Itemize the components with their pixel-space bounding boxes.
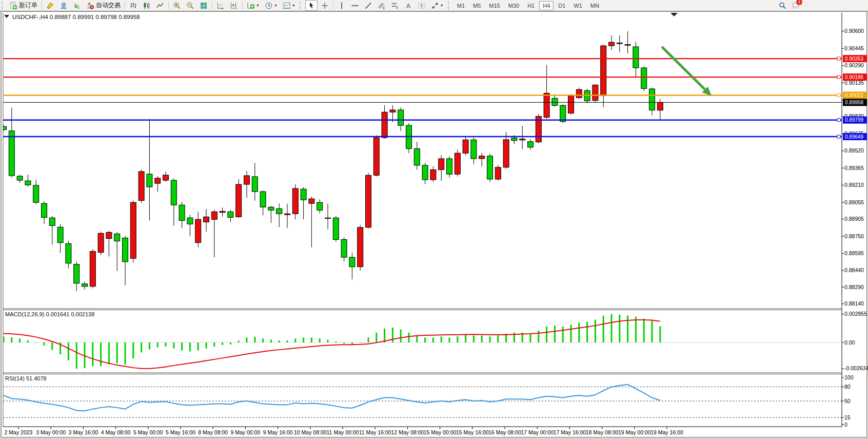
candle: [220, 212, 225, 213]
timeframe-button-H4[interactable]: H4: [539, 1, 554, 10]
candle: [325, 218, 331, 218]
macd-histogram-bar: [424, 337, 426, 342]
macd-histogram-bar: [262, 338, 264, 342]
horizontal-line-icon: [351, 2, 359, 10]
chart-window: 0.906000.904450.902900.901350.899800.898…: [0, 0, 868, 439]
line-chart-button[interactable]: [154, 0, 166, 11]
svg-text:50: 50: [844, 398, 851, 404]
zoom-out-button[interactable]: [184, 0, 196, 11]
market-button[interactable]: [44, 0, 56, 11]
candle: [98, 233, 104, 252]
auto-trading-button[interactable]: 自动交易: [84, 0, 123, 11]
toolbar-grip[interactable]: [300, 2, 303, 10]
svg-text:100: 100: [844, 374, 854, 380]
chevron-down-icon[interactable]: ▼: [292, 4, 295, 7]
timeframe-button-H1[interactable]: H1: [524, 1, 538, 10]
svg-text:0.002855: 0.002855: [844, 311, 867, 317]
level-line-anchor[interactable]: [837, 94, 840, 97]
candle: [373, 138, 379, 175]
toolbar-grip[interactable]: [448, 2, 451, 10]
candle: [90, 252, 95, 287]
candlestick-chart-button[interactable]: [141, 0, 153, 11]
indicators-icon: [247, 2, 255, 10]
signals-button[interactable]: [71, 0, 83, 11]
equidistant-channel-button[interactable]: E: [376, 0, 388, 11]
chart-shift-button[interactable]: [228, 0, 240, 11]
bar-chart-button[interactable]: [127, 0, 140, 11]
horizontal-line-button[interactable]: [349, 0, 361, 11]
chat-button[interactable]: 1: [790, 0, 802, 11]
trendline-button[interactable]: [362, 0, 374, 11]
candle: [625, 45, 630, 46]
macd-histogram-bar: [206, 342, 207, 349]
search-button[interactable]: [776, 0, 788, 11]
timeframe-button-M1[interactable]: M1: [453, 1, 468, 10]
auto-scroll-button[interactable]: [214, 0, 227, 11]
timeframe-button-W1[interactable]: W1: [570, 1, 586, 10]
fibonacci-button[interactable]: F: [389, 0, 401, 11]
macd-histogram-bar: [619, 315, 620, 342]
signals-icon: [73, 2, 81, 10]
macd-histogram-bar: [530, 334, 531, 342]
timeframe-button-M5[interactable]: M5: [469, 1, 484, 10]
candle: [471, 140, 477, 159]
chevron-down-icon[interactable]: ▼: [256, 4, 260, 7]
templates-button[interactable]: ▼: [281, 0, 298, 11]
text-label-button[interactable]: T: [416, 0, 428, 11]
level-line-anchor[interactable]: [837, 75, 840, 79]
macd-histogram-bar: [238, 341, 240, 342]
vertical-line-button[interactable]: [336, 0, 348, 11]
indicators-button[interactable]: ▼: [245, 0, 262, 11]
auto-scroll-icon: [216, 2, 225, 10]
crosshair-button[interactable]: [319, 0, 331, 11]
candle: [9, 131, 14, 176]
level-line-anchor[interactable]: [837, 57, 840, 60]
macd-histogram-bar: [546, 327, 547, 342]
timeframe-button-MN[interactable]: MN: [587, 1, 603, 10]
new-order-button[interactable]: 新订单: [7, 0, 40, 11]
macd-histogram-bar: [173, 342, 174, 349]
timeframe-button-M15[interactable]: M15: [485, 1, 503, 10]
candle: [358, 227, 363, 267]
macd-histogram-bar: [116, 342, 118, 364]
chevron-down-icon[interactable]: ▼: [274, 4, 278, 7]
candle: [617, 43, 622, 44]
macd-histogram-bar: [343, 342, 345, 343]
periods-button[interactable]: ▼: [263, 0, 280, 11]
cursor-button[interactable]: [305, 0, 318, 11]
chart-canvas[interactable]: 0.906000.904450.902900.901350.899800.898…: [0, 0, 868, 439]
candle: [236, 184, 242, 217]
toolbar-grip[interactable]: [2, 2, 5, 10]
toolbar-separator: [333, 2, 333, 9]
timeframe-button-M30[interactable]: M30: [505, 1, 523, 10]
chevron-down-icon[interactable]: ▼: [440, 4, 444, 7]
candle: [657, 102, 663, 110]
candle: [163, 175, 169, 180]
time-tick-label: 4 May 08:00: [101, 429, 131, 435]
arrow-objects-button[interactable]: ▼: [429, 0, 446, 11]
community-button[interactable]: [57, 0, 70, 11]
candle: [422, 165, 428, 180]
macd-histogram-bar: [603, 316, 604, 342]
text-button[interactable]: A: [402, 0, 415, 11]
level-line-anchor[interactable]: [837, 119, 840, 122]
candle: [25, 181, 31, 185]
candle: [560, 105, 566, 121]
zoom-in-button[interactable]: [171, 0, 183, 11]
candle: [390, 110, 396, 112]
macd-histogram-bar: [189, 342, 191, 351]
level-line-anchor[interactable]: [837, 135, 840, 138]
candle: [171, 180, 176, 205]
search-icon: [778, 2, 786, 10]
candle: [204, 217, 209, 222]
candle: [179, 205, 185, 220]
tile-windows-button[interactable]: [198, 0, 210, 11]
candle: [382, 112, 387, 138]
macd-histogram-bar: [652, 320, 653, 342]
candle: [292, 188, 298, 214]
time-tick-label: 11 May 00:00: [327, 429, 359, 435]
candle: [528, 142, 534, 147]
timeframe-button-D1[interactable]: D1: [555, 1, 569, 10]
candle: [601, 46, 606, 96]
chart-title-text: USDCHF-,H4 0.89887 0.89991 0.89798 0.899…: [12, 14, 140, 20]
